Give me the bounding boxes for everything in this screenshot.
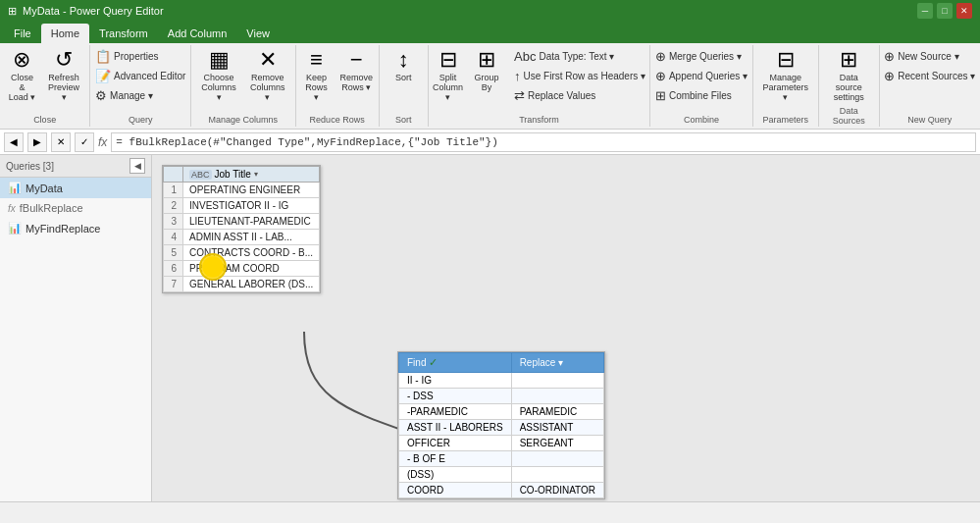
refresh-icon: ↺ — [55, 49, 73, 71]
new-source-btn[interactable]: ⊕ New Source ▾ — [880, 47, 979, 66]
tab-transform[interactable]: Transform — [89, 24, 158, 43]
close-group-label: Close — [33, 115, 56, 125]
table-row: 3 LIEUTENANT-PARAMEDIC — [164, 214, 320, 230]
sidebar-header: Queries [3] ◀ — [0, 155, 151, 178]
find-cell: OFFICER — [399, 436, 512, 451]
transform-label: Transform — [519, 115, 559, 125]
recent-sources-icon: ⊕ — [884, 69, 895, 83]
new-source-icon: ⊕ — [884, 49, 895, 64]
row-num-cell: 6 — [164, 261, 183, 277]
split-column-btn[interactable]: ⊟ SplitColumn ▾ — [429, 47, 467, 104]
col-type-icon: ABC — [189, 170, 212, 180]
combine-label: Combine — [684, 115, 719, 125]
sort-btn[interactable]: ↕ Sort — [386, 47, 421, 84]
replace-cell — [511, 373, 603, 389]
fn-icon: fx — [8, 203, 16, 214]
manage-parameters-btn[interactable]: ⊟ ManageParameters ▾ — [757, 47, 814, 104]
tab-view[interactable]: View — [236, 24, 280, 43]
ribbon-group-combine: ⊕ Merge Queries ▾ ⊕ Append Queries ▾ ⊞ C… — [650, 45, 752, 127]
replace-header: Replace ▾ — [511, 353, 603, 373]
data-source-settings-btn[interactable]: ⊞ Data sourcesettings — [823, 47, 875, 104]
fr-table-row: ASST II - LABORERS ASSISTANT — [399, 420, 604, 436]
formula-forward-btn[interactable]: ▶ — [27, 132, 47, 152]
fr-table-row: - B OF E — [399, 451, 604, 467]
remove-rows-btn[interactable]: − RemoveRows ▾ — [336, 47, 376, 94]
table-row: 5 CONTRACTS COORD - B... — [164, 245, 320, 261]
properties-btn[interactable]: 📋 Properties — [91, 47, 189, 66]
recent-sources-btn[interactable]: ⊕ Recent Sources ▾ — [880, 67, 979, 85]
append-queries-icon: ⊕ — [655, 69, 666, 83]
row-num-cell: 7 — [164, 277, 183, 292]
data-type-btn[interactable]: Abc Data Type: Text ▾ — [510, 47, 649, 66]
close-load-btn[interactable]: ⊗ Close &Load ▾ — [4, 47, 40, 104]
sidebar: Queries [3] ◀ 📊 MyData fx fBulkReplace 📊… — [0, 155, 152, 501]
tab-add-column[interactable]: Add Column — [158, 24, 237, 43]
new-query-label: New Query — [907, 115, 952, 125]
split-column-icon: ⊟ — [439, 49, 457, 71]
ribbon-group-query: 📋 Properties 📝 Advanced Editor ⚙ Manage … — [90, 45, 191, 127]
job-title-cell: ADMIN ASST II - LAB... — [183, 230, 320, 245]
keep-rows-icon: ≡ — [310, 49, 323, 71]
sidebar-item-fbulkreplace[interactable]: fx fBulkReplace — [0, 198, 151, 218]
replace-dropdown[interactable]: ▾ — [558, 357, 563, 368]
tab-file[interactable]: File — [4, 24, 41, 43]
find-cell: COORD — [399, 483, 512, 498]
col-title: Job Title — [215, 169, 251, 180]
maximize-btn[interactable]: □ — [937, 3, 953, 19]
main-area: Queries [3] ◀ 📊 MyData fx fBulkReplace 📊… — [0, 155, 980, 501]
find-cell: -PARAMEDIC — [399, 404, 512, 420]
row-num-cell: 1 — [164, 183, 183, 198]
advanced-editor-icon: 📝 — [95, 69, 111, 83]
remove-columns-btn[interactable]: ✕ RemoveColumns ▾ — [244, 47, 291, 104]
replace-cell: PARAMEDIC — [511, 404, 603, 420]
remove-rows-icon: − — [350, 49, 363, 71]
job-title-cell: LIEUTENANT-PARAMEDIC — [183, 214, 320, 230]
fr-table: Find ✓ Replace ▾ II - IG - DSS -PARAMEDI… — [397, 351, 605, 499]
choose-columns-btn[interactable]: ▦ ChooseColumns ▾ — [195, 47, 242, 104]
replace-cell: CO-ORDINATOR — [511, 483, 603, 498]
formula-check-btn[interactable]: ✓ — [75, 132, 94, 152]
find-header: Find ✓ — [399, 353, 512, 373]
formula-bar: ◀ ▶ ✕ ✓ fx — [0, 130, 980, 155]
sidebar-item-myfindreplace[interactable]: 📊 MyFindReplace — [0, 218, 151, 238]
replace-values-btn[interactable]: ⇄ Replace Values — [510, 86, 649, 105]
ribbon-group-data-sources: ⊞ Data sourcesettings Data Sources — [819, 45, 880, 127]
manage-columns-label: Manage Columns — [209, 115, 279, 125]
keep-rows-btn[interactable]: ≡ KeepRows ▾ — [298, 47, 335, 104]
advanced-editor-btn[interactable]: 📝 Advanced Editor — [91, 67, 189, 85]
ribbon-group-new-query: ⊕ New Source ▾ ⊕ Recent Sources ▾ New Qu… — [880, 45, 980, 127]
manage-btn[interactable]: ⚙ Manage ▾ — [91, 86, 189, 105]
ribbon: ⊗ Close &Load ▾ ↺ RefreshPreview ▾ Close… — [0, 43, 980, 130]
table-row: 1 OPERATING ENGINEER — [164, 183, 320, 198]
tab-home[interactable]: Home — [41, 24, 89, 43]
replace-values-icon: ⇄ — [514, 88, 525, 103]
append-queries-btn[interactable]: ⊕ Append Queries ▾ — [651, 67, 751, 85]
fr-table-row: II - IG — [399, 373, 604, 389]
use-first-row-btn[interactable]: ↑ Use First Row as Headers ▾ — [510, 67, 649, 85]
status-bar — [0, 501, 980, 523]
replace-cell: ASSISTANT — [511, 420, 603, 436]
close-btn[interactable]: ✕ — [956, 3, 972, 19]
col-dropdown-arrow[interactable]: ▾ — [254, 170, 258, 179]
query-group-label: Query — [129, 115, 153, 125]
table-row: 2 INVESTIGATOR II - IG — [164, 198, 320, 214]
merge-queries-btn[interactable]: ⊕ Merge Queries ▾ — [651, 47, 751, 66]
refresh-preview-btn[interactable]: ↺ RefreshPreview ▾ — [42, 47, 85, 104]
job-title-header[interactable]: ABC Job Title ▾ — [183, 167, 320, 183]
table-row: 4 ADMIN ASST II - LAB... — [164, 230, 320, 245]
replace-cell — [511, 467, 603, 483]
close-load-icon: ⊗ — [13, 49, 30, 71]
ribbon-group-transform: ⊟ SplitColumn ▾ ⊞ GroupBy Abc Data Type:… — [429, 45, 650, 127]
formula-back-btn[interactable]: ◀ — [4, 132, 24, 152]
group-by-btn[interactable]: ⊞ GroupBy — [469, 47, 504, 94]
sidebar-collapse-btn[interactable]: ◀ — [129, 158, 145, 174]
formula-close-btn[interactable]: ✕ — [51, 132, 71, 152]
combine-files-btn[interactable]: ⊞ Combine Files — [651, 86, 751, 105]
formula-input[interactable] — [111, 132, 976, 152]
title-bar: ⊞ MyData - Power Query Editor ─ □ ✕ — [0, 0, 980, 22]
minimize-btn[interactable]: ─ — [917, 3, 933, 19]
find-cell: - DSS — [399, 389, 512, 404]
sidebar-item-mydata[interactable]: 📊 MyData — [0, 178, 151, 198]
manage-params-icon: ⊟ — [777, 49, 795, 71]
fr-table-row: (DSS) — [399, 467, 604, 483]
